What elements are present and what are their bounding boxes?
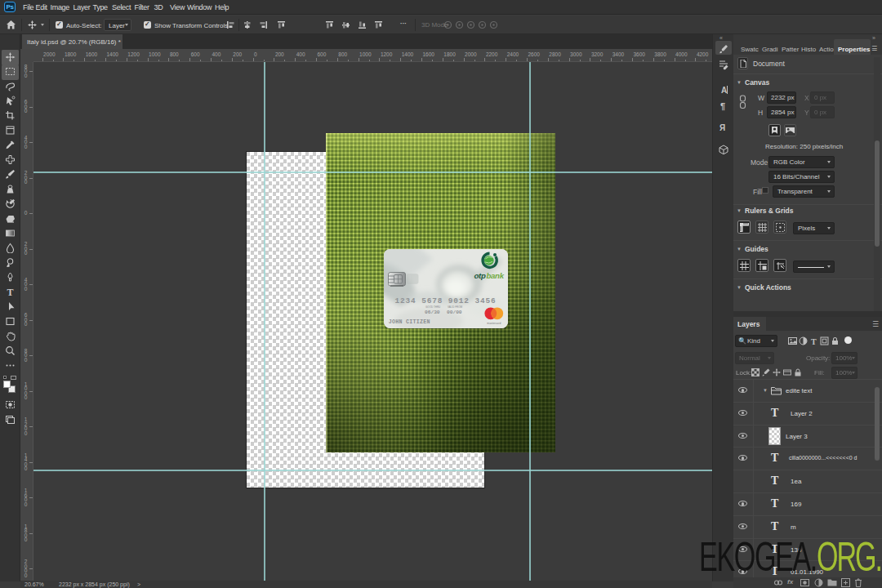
svg-text:VALID FROM: VALID FROM <box>448 305 463 308</box>
svg-text:¶: ¶ <box>720 101 725 111</box>
svg-text:GOOD THRU: GOOD THRU <box>425 305 440 308</box>
svg-text:mastercard: mastercard <box>487 321 501 324</box>
svg-text:JOHN CITIZEN: JOHN CITIZEN <box>388 318 430 324</box>
svg-text:otp: otp <box>474 271 485 280</box>
svg-text:1234 5678 9012 3456: 1234 5678 9012 3456 <box>394 296 496 305</box>
svg-text:A: A <box>721 86 727 95</box>
svg-text:00/00: 00/00 <box>447 309 462 314</box>
svg-text:T: T <box>7 287 13 297</box>
svg-text:Я: Я <box>719 123 725 132</box>
svg-text:T: T <box>811 337 817 346</box>
svg-text:06/30: 06/30 <box>425 309 440 314</box>
svg-text:bank: bank <box>486 271 504 280</box>
